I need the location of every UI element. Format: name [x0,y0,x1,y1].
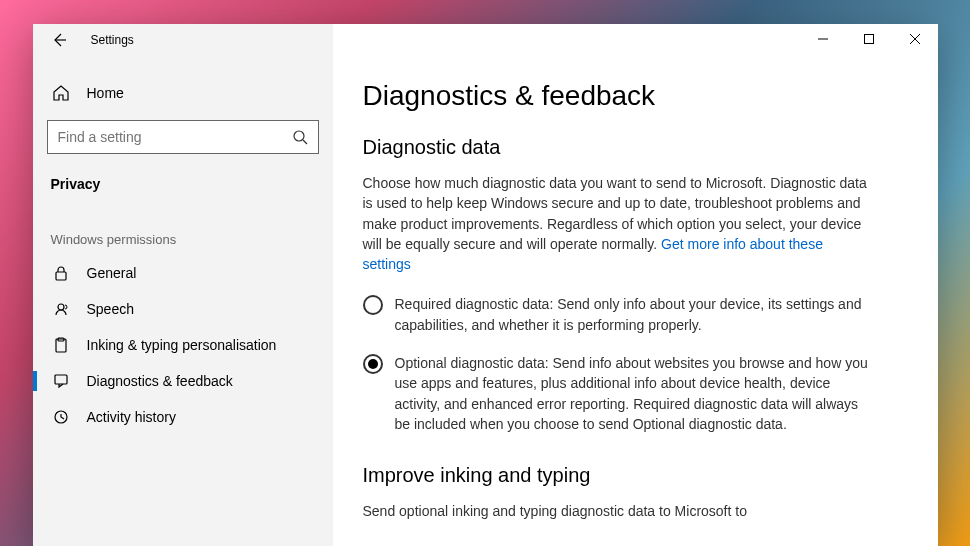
close-button[interactable] [892,24,938,54]
category-label: Privacy [33,168,333,206]
radio-required-control[interactable] [363,295,383,315]
radio-optional-label: Optional diagnostic data: Send info abou… [395,353,873,434]
diagnostic-heading: Diagnostic data [363,136,908,159]
sidebar-item-label: Speech [87,301,134,317]
maximize-icon [864,34,874,44]
speech-icon [51,301,71,317]
svg-rect-0 [864,35,873,44]
section-label: Windows permissions [33,206,333,255]
sidebar-item-label: Diagnostics & feedback [87,373,233,389]
app-title: Settings [91,33,134,47]
radio-optional[interactable]: Optional diagnostic data: Send info abou… [363,353,873,434]
history-icon [51,409,71,425]
minimize-button[interactable] [800,24,846,54]
svg-point-1 [294,131,304,141]
settings-window: Settings Home [33,24,938,546]
radio-required-label: Required diagnostic data: Send only info… [395,294,873,335]
clipboard-icon [51,337,71,353]
svg-point-3 [58,304,64,310]
sidebar-item-inking[interactable]: Inking & typing personalisation [33,327,333,363]
svg-rect-6 [55,375,67,384]
window-controls [800,24,938,54]
improve-body: Send optional inking and typing diagnost… [363,501,873,521]
sidebar-item-label: General [87,265,137,281]
arrow-left-icon [51,32,67,48]
radio-required[interactable]: Required diagnostic data: Send only info… [363,294,873,335]
sidebar-item-activity[interactable]: Activity history [33,399,333,435]
lock-icon [51,265,71,281]
home-label: Home [87,85,124,101]
maximize-button[interactable] [846,24,892,54]
page-title: Diagnostics & feedback [363,80,908,112]
search-icon [292,129,308,145]
content-pane[interactable]: Diagnostics & feedback Diagnostic data C… [333,24,938,546]
diagnostic-intro: Choose how much diagnostic data you want… [363,173,873,274]
sidebar-item-general[interactable]: General [33,255,333,291]
sidebar-item-diagnostics[interactable]: Diagnostics & feedback [33,363,333,399]
sidebar-item-speech[interactable]: Speech [33,291,333,327]
search-input[interactable] [58,129,292,145]
radio-optional-control[interactable] [363,354,383,374]
back-button[interactable] [47,28,71,52]
sidebar: Home Privacy Windows permissions General… [33,24,333,546]
sidebar-item-label: Activity history [87,409,176,425]
home-nav[interactable]: Home [33,74,333,112]
feedback-icon [51,373,71,389]
search-box[interactable] [47,120,319,154]
titlebar: Settings [33,24,938,56]
improve-heading: Improve inking and typing [363,464,908,487]
svg-rect-2 [56,272,66,280]
sidebar-item-label: Inking & typing personalisation [87,337,277,353]
home-icon [51,84,71,102]
minimize-icon [818,34,828,44]
close-icon [910,34,920,44]
